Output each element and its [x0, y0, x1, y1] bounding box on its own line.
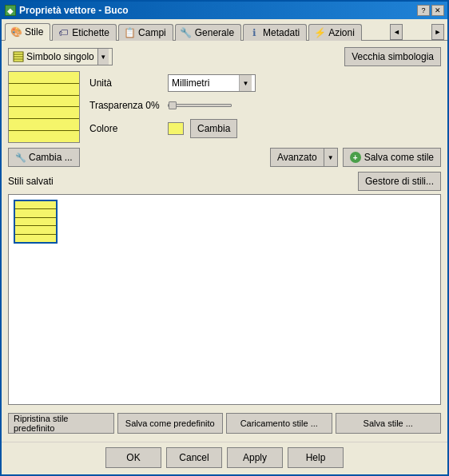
window-title: Proprietà vettore - Buco	[19, 5, 129, 16]
style-manager-label: Gestore di stili...	[365, 176, 434, 187]
title-bar-left: ◆ Proprietà vettore - Buco	[5, 5, 129, 16]
tab-bar: 🎨 Stile 🏷 Etichette 📋 Campi 🔧 Generale ℹ…	[2, 19, 447, 41]
symbol-preview	[8, 71, 80, 143]
slider-thumb[interactable]	[169, 101, 177, 109]
tab-etichette[interactable]: 🏷 Etichette	[52, 24, 117, 41]
stile-icon: 🎨	[10, 26, 22, 38]
restore-label: Ripristina stile predefinito	[14, 414, 109, 433]
bottom-buttons: Ripristina stile predefinito Salva come …	[8, 410, 441, 435]
generale-icon: 🔧	[181, 27, 192, 38]
thumb-stripe-5	[15, 235, 56, 242]
transparency-row: Trasparenza 0%	[89, 100, 441, 111]
symbol-type-label: Simbolo singolo	[26, 51, 94, 62]
save-icon: +	[350, 152, 361, 163]
change-label: Cambia ...	[29, 152, 73, 163]
color-label: Colore	[89, 123, 161, 134]
ok-label: OK	[126, 452, 140, 463]
symbol-type-dropdown[interactable]: Simbolo singolo ▼	[8, 48, 113, 65]
tab-metadati[interactable]: ℹ Metadati	[243, 24, 307, 41]
title-bar: ◆ Proprietà vettore - Buco ? ✕	[2, 2, 447, 19]
old-symbology-label: Vecchia simbologia	[352, 51, 434, 62]
thumb-stripe-4	[15, 226, 56, 234]
change-color-label: Cambia	[197, 123, 230, 134]
tab-metadati-label: Metadati	[263, 27, 300, 38]
save-default-button[interactable]: Salva come predefinito	[117, 413, 224, 434]
tab-etichette-label: Etichette	[72, 27, 109, 38]
etichette-icon: 🏷	[58, 27, 69, 38]
advanced-arrow-button[interactable]: ▼	[324, 148, 338, 167]
title-bar-buttons: ? ✕	[417, 5, 444, 16]
old-symbology-button[interactable]: Vecchia simbologia	[344, 47, 441, 66]
unit-dropdown[interactable]: Millimetri ▼	[168, 74, 256, 92]
save-default-label: Salva come predefinito	[125, 418, 215, 428]
change-icon: 🔧	[15, 153, 26, 163]
stripe-1	[9, 72, 79, 84]
stripe-5	[9, 119, 79, 131]
color-row: Colore Cambia	[89, 119, 441, 138]
transparency-slider[interactable]	[168, 104, 232, 107]
main-window: ◆ Proprietà vettore - Buco ? ✕ 🎨 Stile 🏷…	[0, 0, 449, 476]
stripe-2	[9, 84, 79, 96]
transparency-label: Trasparenza 0%	[89, 100, 161, 111]
unit-label: Unità	[89, 77, 161, 89]
restore-default-button[interactable]: Ripristina stile predefinito	[8, 413, 114, 434]
cancel-button[interactable]: Cancel	[166, 447, 222, 468]
symbol-btn-row: 🔧 Cambia ... Avanzato ▼ + Salva come sti…	[8, 148, 441, 167]
metadati-icon: ℹ	[248, 27, 260, 38]
tab-azioni-label: Azioni	[328, 27, 355, 38]
saved-styles-section: Stili salvati Gestore di stili...	[8, 172, 441, 405]
tab-stile[interactable]: 🎨 Stile	[5, 23, 50, 41]
advanced-dropdown: Avanzato ▼	[270, 148, 338, 167]
advanced-button[interactable]: Avanzato	[270, 148, 324, 167]
save-style-button[interactable]: + Salva come stile	[343, 148, 441, 167]
cancel-label: Cancel	[179, 452, 209, 463]
stripe-3	[9, 96, 79, 108]
saved-styles-label: Stili salvati	[8, 176, 54, 187]
close-button[interactable]: ✕	[431, 5, 444, 16]
save-style-file-label: Salva stile ...	[364, 418, 413, 428]
stripe-6	[9, 131, 79, 142]
tab-campi[interactable]: 📋 Campi	[118, 24, 173, 41]
thumb-stripe-3	[15, 218, 56, 226]
dialog-buttons: OK Cancel Apply Help	[2, 442, 447, 474]
unit-value: Millimetri	[172, 77, 239, 89]
azioni-icon: ⚡	[314, 27, 325, 38]
ok-button[interactable]: OK	[105, 447, 161, 468]
toolbar-row: Simbolo singolo ▼ Vecchia simbologia	[8, 47, 441, 66]
help-dialog-button[interactable]: Help	[288, 447, 344, 468]
advanced-label: Avanzato	[277, 152, 317, 163]
load-style-button[interactable]: Caricamento stile ...	[226, 413, 332, 434]
slider-container	[168, 104, 232, 107]
unit-row: Unità Millimetri ▼	[89, 74, 441, 92]
save-style-label: Salva come stile	[364, 152, 434, 163]
apply-label: Apply	[243, 452, 267, 463]
tab-azioni[interactable]: ⚡ Azioni	[308, 24, 362, 41]
symbol-type-icon	[12, 50, 25, 63]
stripe-4	[9, 107, 79, 119]
symbol-properties: Unità Millimetri ▼ Trasparenza 0%	[89, 71, 441, 138]
tab-campi-label: Campi	[138, 27, 166, 38]
content-area: Simbolo singolo ▼ Vecchia simbologia	[2, 41, 447, 442]
style-thumbnail-1[interactable]	[14, 200, 58, 244]
window-icon: ◆	[5, 5, 16, 16]
help-button[interactable]: ?	[417, 5, 430, 16]
color-preview	[168, 122, 184, 135]
style-manager-button[interactable]: Gestore di stili...	[358, 172, 441, 191]
tab-generale-label: Generale	[195, 27, 234, 38]
apply-button[interactable]: Apply	[227, 447, 283, 468]
saved-styles-header: Stili salvati Gestore di stili...	[8, 172, 441, 191]
tab-prev-button[interactable]: ◄	[390, 24, 403, 40]
tab-stile-label: Stile	[25, 26, 43, 38]
symbol-type-arrow[interactable]: ▼	[97, 49, 109, 65]
tab-generale[interactable]: 🔧 Generale	[175, 24, 241, 41]
tab-next-button[interactable]: ►	[431, 24, 444, 40]
load-style-label: Caricamento stile ...	[240, 418, 318, 428]
save-style-file-button[interactable]: Salva stile ...	[336, 413, 442, 434]
change-button[interactable]: 🔧 Cambia ...	[8, 148, 80, 167]
thumb-stripe-1	[15, 201, 56, 209]
unit-arrow[interactable]: ▼	[239, 75, 252, 91]
thumb-stripe-2	[15, 209, 56, 217]
symbol-preview-inner	[9, 72, 79, 142]
change-color-button[interactable]: Cambia	[190, 119, 237, 138]
campi-icon: 📋	[124, 27, 135, 38]
